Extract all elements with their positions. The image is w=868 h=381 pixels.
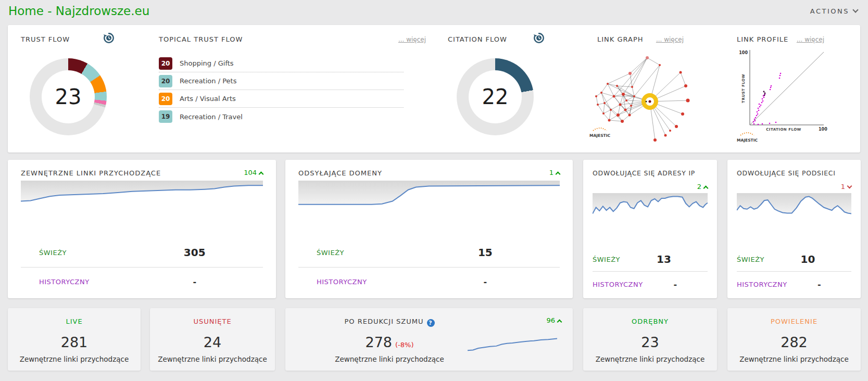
majestic-logo: MAJESTIC bbox=[589, 128, 610, 138]
chevron-down-icon bbox=[847, 184, 852, 189]
live-label: LIVE bbox=[8, 318, 141, 325]
page-title: Home - Najzdrowsze.eu bbox=[8, 4, 149, 18]
historic-stat-row: HISTORYCZNY - bbox=[593, 276, 708, 292]
topic-score-badge: 20 bbox=[159, 93, 172, 105]
chevron-up-icon bbox=[703, 186, 709, 191]
topical-item[interactable]: 20 Shopping / Gifts bbox=[159, 55, 404, 72]
ips-sparkline bbox=[593, 193, 708, 222]
noise-reduced-sublabel: Zewnętrzne linki przychodzące bbox=[285, 355, 494, 363]
trust-flow-title: TRUST FLOW bbox=[21, 35, 70, 43]
fresh-stat-row: ŚWIEŻY 10 bbox=[737, 251, 851, 267]
link-graph-visualization: MAJESTIC bbox=[581, 48, 693, 150]
overview-panel: TRUST FLOW 23 TOPICAL TRUST FLOW ... wię… bbox=[8, 25, 860, 153]
trust-flow-value: 23 bbox=[42, 70, 95, 123]
trust-flow-donut: 23 bbox=[30, 58, 107, 135]
domains-sparkline bbox=[298, 181, 560, 208]
divider bbox=[298, 267, 560, 268]
distinct-label: ODRĘBNY bbox=[583, 318, 717, 325]
referring-domains-card: ODSYŁAJĄCE DOMENY 1 ŚWIEŻY 15 HISTORYCZN… bbox=[285, 160, 573, 298]
svg-text:TRUST FLOW: TRUST FLOW bbox=[741, 74, 746, 103]
trend-badge: 1 bbox=[549, 169, 560, 176]
svg-text:MAJESTIC: MAJESTIC bbox=[589, 133, 610, 138]
noise-reduced-sparkline bbox=[468, 332, 557, 354]
link-profile-more-link[interactable]: ... więcej bbox=[797, 36, 824, 43]
help-icon[interactable]: ? bbox=[427, 319, 435, 327]
fresh-value: 13 bbox=[620, 253, 708, 265]
citation-flow-value: 22 bbox=[469, 70, 522, 123]
distinct-backlinks-card: ODRĘBNY 23 Zewnętrzne linki przychodzące bbox=[583, 308, 717, 371]
card-title: ODWOŁUJĄCE SIĘ PODSIECI bbox=[737, 169, 836, 177]
fresh-stat-row: ŚWIEŻY 13 bbox=[593, 251, 708, 267]
duplicate-sublabel: Zewnętrzne linki przychodzące bbox=[727, 355, 861, 363]
history-icon[interactable] bbox=[533, 32, 545, 44]
deleted-backlinks-card: USUNIĘTE 24 Zewnętrzne linki przychodząc… bbox=[150, 308, 275, 371]
noise-reduced-value: 278(-8%) bbox=[285, 334, 494, 350]
deleted-label: USUNIĘTE bbox=[150, 318, 275, 325]
svg-text:CITATION FLOW: CITATION FLOW bbox=[766, 128, 801, 132]
noise-reduced-label: PO REDUKCJI SZUMU? bbox=[285, 318, 494, 327]
historic-value: - bbox=[643, 280, 708, 289]
majestic-logo: MAJESTIC bbox=[737, 133, 758, 143]
trend-badge: 104 bbox=[244, 169, 263, 176]
svg-text:100: 100 bbox=[739, 50, 748, 55]
topic-label: Recreation / Pets bbox=[180, 77, 236, 85]
link-graph-title: LINK GRAPH bbox=[597, 35, 644, 43]
delta-percent: (-8%) bbox=[395, 341, 413, 349]
deleted-sublabel: Zewnętrzne linki przychodzące bbox=[150, 355, 275, 363]
fresh-stat-row: ŚWIEŻY 305 bbox=[21, 243, 263, 262]
referring-ips-card: ODWOŁUJĄCE SIĘ ADRESY IP 2 ŚWIEŻY 13 HIS… bbox=[583, 160, 717, 298]
card-title: ODSYŁAJĄCE DOMENY bbox=[298, 169, 382, 177]
topic-score-badge: 19 bbox=[159, 110, 172, 123]
topical-more-link[interactable]: ... więcej bbox=[398, 36, 426, 43]
chevron-up-icon bbox=[556, 172, 561, 177]
historic-stat-row: HISTORYCZNY - bbox=[21, 272, 263, 291]
topical-item[interactable]: 19 Recreation / Travel bbox=[159, 108, 404, 125]
link-profile-title: LINK PROFILE bbox=[737, 35, 788, 43]
external-backlinks-card: ZEWNĘTRZNE LINKI PRZYCHODZĄCE 104 ŚWIEŻY… bbox=[8, 160, 276, 298]
citation-flow-title: CITATION FLOW bbox=[448, 35, 507, 43]
topic-label: Shopping / Gifts bbox=[180, 59, 234, 67]
chevron-up-icon bbox=[259, 172, 264, 177]
actions-label: ACTIONS bbox=[810, 7, 849, 15]
topical-item[interactable]: 20 Arts / Visual Arts bbox=[159, 90, 404, 108]
fresh-label: ŚWIEŻY bbox=[317, 249, 411, 257]
historic-label: HISTORYCZNY bbox=[737, 281, 787, 288]
history-icon[interactable] bbox=[103, 32, 115, 44]
chevron-up-icon bbox=[557, 320, 562, 325]
trend-badge: 96 bbox=[546, 316, 561, 324]
noise-reduced-content: PO REDUKCJI SZUMU? 278(-8%) Zewnętrzne l… bbox=[285, 308, 494, 371]
historic-value: - bbox=[411, 277, 560, 287]
distinct-sublabel: Zewnętrzne linki przychodzące bbox=[583, 355, 717, 363]
divider bbox=[737, 271, 851, 272]
chevron-down-icon bbox=[852, 7, 858, 12]
historic-value: - bbox=[787, 280, 851, 289]
referring-subnets-card: ODWOŁUJĄCE SIĘ PODSIECI 1 ŚWIEŻY 10 HIST… bbox=[727, 160, 861, 298]
topical-item[interactable]: 20 Recreation / Pets bbox=[159, 72, 404, 90]
historic-stat-row: HISTORYCZNY - bbox=[737, 276, 851, 292]
card-title: ZEWNĘTRZNE LINKI PRZYCHODZĄCE bbox=[21, 169, 161, 177]
citation-flow-donut: 22 bbox=[457, 58, 534, 135]
fresh-label: ŚWIEŻY bbox=[593, 256, 620, 263]
fresh-label: ŚWIEŻY bbox=[737, 256, 764, 263]
divider bbox=[21, 267, 263, 268]
topic-label: Arts / Visual Arts bbox=[180, 95, 236, 103]
divider bbox=[593, 271, 708, 272]
historic-label: HISTORYCZNY bbox=[593, 281, 643, 288]
svg-text:MAJESTIC: MAJESTIC bbox=[737, 138, 758, 143]
svg-text:100: 100 bbox=[819, 127, 827, 132]
fresh-value: 15 bbox=[411, 246, 560, 259]
actions-menu-button[interactable]: ACTIONS bbox=[810, 7, 858, 15]
deleted-value: 24 bbox=[150, 334, 275, 350]
duplicate-value: 282 bbox=[727, 334, 861, 350]
historic-label: HISTORYCZNY bbox=[317, 278, 411, 286]
link-graph-more-link[interactable]: ... więcej bbox=[656, 36, 684, 43]
fresh-label: ŚWIEŻY bbox=[39, 249, 126, 257]
distinct-value: 23 bbox=[583, 334, 717, 350]
trend-badge: 2 bbox=[697, 183, 708, 190]
historic-stat-row: HISTORYCZNY - bbox=[298, 272, 560, 291]
live-backlinks-card: LIVE 281 Zewnętrzne linki przychodzące bbox=[8, 308, 141, 371]
backlinks-sparkline bbox=[21, 181, 263, 208]
noise-reduced-card: PO REDUKCJI SZUMU? 278(-8%) Zewnętrzne l… bbox=[285, 308, 573, 371]
live-value: 281 bbox=[8, 334, 141, 350]
topic-score-badge: 20 bbox=[159, 57, 172, 70]
